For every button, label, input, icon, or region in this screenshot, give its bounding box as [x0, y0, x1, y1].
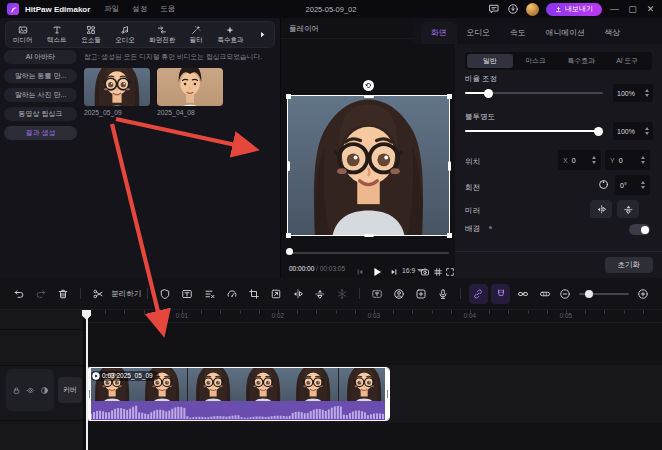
- opacity-value-box[interactable]: 100%: [613, 122, 653, 140]
- inspector-subtab-일반[interactable]: 일반: [467, 54, 513, 68]
- media-tab-filter[interactable]: 필터: [190, 25, 203, 45]
- opacity-slider-knob[interactable]: [594, 127, 603, 136]
- media-tab-text[interactable]: 텍스트: [47, 25, 67, 45]
- sidebar-item-0[interactable]: AI 아바타: [4, 50, 77, 64]
- scale-stepper[interactable]: [645, 89, 649, 98]
- inspector-tab-속도[interactable]: 속도: [500, 22, 536, 44]
- selection-handle-sw[interactable]: [286, 233, 291, 238]
- auto-ripple-button[interactable]: [469, 284, 488, 304]
- inspector-tab-화면[interactable]: 화면: [421, 22, 457, 44]
- rotation-stepper[interactable]: [641, 181, 645, 190]
- media-tab-effects[interactable]: 특수효과: [217, 25, 243, 45]
- media-item-1[interactable]: 2025_04_08: [157, 68, 223, 116]
- media-tab-elements[interactable]: 요소들: [81, 25, 101, 45]
- add-media-button[interactable]: [412, 284, 431, 304]
- timeline-clip[interactable]: 0:03 2025_05_09: [86, 367, 390, 421]
- media-tabs-expand-button[interactable]: [258, 30, 267, 39]
- scale-slider-knob[interactable]: [484, 89, 493, 98]
- scale-value-box[interactable]: 100%: [613, 84, 653, 102]
- playhead[interactable]: [86, 310, 88, 450]
- menu-item-도움[interactable]: 도움: [160, 4, 175, 14]
- timeline-ruler[interactable]: 0:010:020:030:040:05: [85, 310, 662, 323]
- sidebar-item-3[interactable]: 동영상 립싱크: [4, 107, 77, 121]
- position-x-stepper[interactable]: [592, 156, 596, 165]
- opacity-slider[interactable]: [465, 130, 603, 132]
- next-frame-button[interactable]: [389, 267, 399, 277]
- play-button[interactable]: [370, 265, 384, 279]
- selection-handle-n[interactable]: [364, 95, 374, 98]
- sidebar-item-4[interactable]: 결과 생성: [4, 126, 77, 140]
- selection-handle-ne[interactable]: [447, 94, 452, 99]
- selection-handle-e[interactable]: [448, 161, 451, 171]
- crop-button[interactable]: [244, 284, 263, 304]
- position-y-stepper[interactable]: [641, 156, 645, 165]
- mute-icon[interactable]: [40, 386, 49, 395]
- delete-button[interactable]: [54, 284, 73, 304]
- speed-button[interactable]: [222, 284, 241, 304]
- undo-button[interactable]: [10, 284, 29, 304]
- remove-subtitle-button[interactable]: [200, 284, 219, 304]
- menu-item-파일[interactable]: 파일: [104, 4, 119, 14]
- mask-button[interactable]: [156, 284, 175, 304]
- menu-item-설정[interactable]: 설정: [132, 4, 147, 14]
- flip-vertical-button[interactable]: [310, 284, 329, 304]
- reframe-button[interactable]: [266, 284, 285, 304]
- inspector-tab-오디오[interactable]: 오디오: [457, 22, 500, 44]
- inspector-subtab-AI 도구[interactable]: AI 도구: [604, 54, 650, 68]
- rotation-dial[interactable]: [598, 179, 609, 190]
- position-y-box[interactable]: Y 0: [605, 150, 650, 170]
- mirror-horizontal-button[interactable]: [590, 200, 612, 218]
- record-voice-button[interactable]: [434, 284, 453, 304]
- maximize-button[interactable]: ▢: [627, 0, 638, 18]
- selection-handle-w[interactable]: [287, 161, 290, 171]
- split-button[interactable]: [89, 284, 108, 304]
- media-item-0[interactable]: 2025_05_09: [84, 68, 150, 116]
- magnet-button[interactable]: [491, 284, 510, 304]
- download-update-button[interactable]: [507, 3, 519, 15]
- selection-handle-s[interactable]: [364, 234, 374, 237]
- user-avatar[interactable]: [526, 3, 539, 16]
- background-toggle[interactable]: [629, 224, 650, 235]
- clip-trim-handle-right[interactable]: [385, 368, 389, 420]
- rotation-value-box[interactable]: 0°: [615, 175, 650, 195]
- text-template-button[interactable]: [368, 284, 387, 304]
- eye-icon[interactable]: [26, 386, 35, 395]
- timeline-zoom-in-button[interactable]: [634, 284, 653, 304]
- media-tab-transition[interactable]: 화면전환: [149, 25, 175, 45]
- freeze-frame-button[interactable]: [333, 284, 352, 304]
- avatar-button[interactable]: [390, 284, 409, 304]
- clip-trim-handle-left[interactable]: [87, 368, 91, 420]
- minimize-button[interactable]: —: [609, 0, 620, 18]
- media-tab-media[interactable]: 미디어: [13, 25, 33, 45]
- inspector-subtab-특수효과[interactable]: 특수효과: [559, 54, 605, 68]
- close-button[interactable]: ✕: [645, 0, 656, 18]
- inspector-tab-색상[interactable]: 색상: [595, 22, 631, 44]
- selection-handle-se[interactable]: [447, 233, 452, 238]
- selection-handle-nw[interactable]: [286, 94, 291, 99]
- timeline-zoom-out-button[interactable]: [556, 284, 575, 304]
- text-box-button[interactable]: [178, 284, 197, 304]
- link-clips-button[interactable]: [513, 284, 532, 304]
- mirror-vertical-button[interactable]: [617, 200, 639, 218]
- inspector-tab-애니메이션[interactable]: 애니메이션: [536, 22, 595, 44]
- sidebar-item-1[interactable]: 말하는 동물 만...: [4, 69, 77, 83]
- media-tab-audio[interactable]: 오디오: [115, 25, 135, 45]
- timeline-zoom-slider[interactable]: [579, 284, 629, 304]
- zoom-slider-knob[interactable]: [585, 290, 593, 298]
- feedback-button[interactable]: [488, 3, 500, 15]
- opacity-stepper[interactable]: [645, 127, 649, 136]
- inspector-subtab-마스크[interactable]: 마스크: [513, 54, 559, 68]
- rotate-handle[interactable]: [363, 80, 374, 91]
- lock-icon[interactable]: [12, 386, 21, 395]
- position-x-box[interactable]: X 0: [558, 150, 601, 170]
- previous-frame-button[interactable]: [355, 267, 365, 277]
- flip-horizontal-button[interactable]: [288, 284, 307, 304]
- sidebar-item-2[interactable]: 말하는 사진 만...: [4, 88, 77, 102]
- export-button[interactable]: 내보내기: [546, 3, 602, 16]
- redo-button[interactable]: [32, 284, 51, 304]
- scale-slider[interactable]: [465, 92, 603, 94]
- reset-button[interactable]: 초기화: [605, 257, 654, 273]
- player-progress-handle[interactable]: [286, 248, 293, 255]
- cover-button[interactable]: 커버: [58, 377, 82, 403]
- preview-range-button[interactable]: [535, 284, 554, 304]
